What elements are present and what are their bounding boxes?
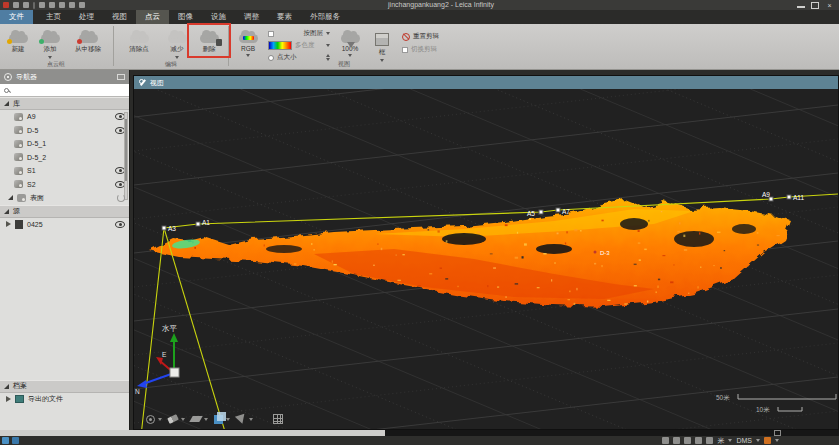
chevron-down-icon (204, 418, 208, 421)
quick-access-toolbar (0, 2, 85, 9)
redo-icon[interactable] (23, 2, 29, 8)
svg-text:A3: A3 (168, 225, 176, 232)
tree-item-s2[interactable]: S2 (0, 178, 129, 192)
close-button[interactable]: × (825, 2, 834, 9)
scene-svg: A3 A1 A5 A7 A9 A11 D-3 水平 E (134, 89, 838, 429)
status-bar: 米 DMS (0, 436, 839, 445)
expanded-triangle-icon[interactable] (4, 384, 9, 389)
rgb-colorize-button[interactable]: RGB (232, 26, 264, 57)
window-controls: × (797, 2, 839, 9)
tab-pointcloud[interactable]: 点云 (136, 10, 169, 24)
unit-selector[interactable]: 米 (717, 436, 724, 445)
color-gradient-icon (268, 41, 292, 50)
checkbox-icon[interactable] (268, 31, 274, 37)
dock-window-icon[interactable] (117, 74, 125, 80)
group-view: RGB 按图层 多色度 点大小 (230, 24, 458, 69)
undo-icon[interactable] (13, 2, 19, 8)
close-tool-icon[interactable] (69, 2, 75, 8)
tree-item-s1[interactable]: S1 (0, 164, 129, 178)
3d-canvas[interactable]: A3 A1 A5 A7 A9 A11 D-3 水平 E (134, 89, 838, 429)
tree-item-0425[interactable]: 0425 (0, 218, 129, 232)
map-status-icon[interactable] (12, 437, 19, 444)
eraser-tool-button[interactable] (168, 416, 185, 422)
tab-features[interactable]: 要素 (268, 10, 301, 24)
window-icon[interactable] (59, 2, 65, 8)
layers-status-icon[interactable] (2, 437, 9, 444)
ribbon: 新建 添加 从中移除 点云组 清除点 减少 (0, 24, 839, 70)
by-layer-row[interactable]: 按图层 (268, 29, 330, 38)
checkbox-icon[interactable] (402, 47, 408, 53)
point-cloud[interactable] (150, 199, 791, 308)
collapsed-triangle-icon[interactable] (6, 396, 11, 402)
search-input[interactable] (12, 85, 125, 96)
toggle-clip-button[interactable]: 切换剪辑 (402, 45, 439, 54)
section-library[interactable]: 库 (0, 97, 129, 110)
collapsed-triangle-icon[interactable] (6, 221, 11, 227)
tree-item-d5[interactable]: D-5 (0, 124, 129, 138)
expanded-triangle-icon[interactable] (4, 101, 9, 106)
status-left-icons (0, 437, 19, 444)
tree-scrollbar[interactable] (124, 112, 128, 200)
clear-points-button[interactable]: 清除点 (117, 26, 161, 54)
section-archive[interactable]: 档案 (0, 380, 129, 393)
app-window: jinchangpankuang2 - Leica Infinity × 文件 … (0, 0, 839, 445)
title-bar: jinchangpankuang2 - Leica Infinity × (0, 0, 839, 10)
tab-file[interactable]: 文件 (0, 10, 33, 24)
minimize-button[interactable] (797, 2, 805, 8)
chevron-down-icon (348, 54, 352, 57)
chevron-down-icon (48, 56, 52, 59)
group-label: 视图 (230, 60, 458, 69)
layers-view-button[interactable] (214, 415, 230, 424)
expanded-triangle-icon[interactable] (4, 209, 9, 214)
coordinate-system-icon[interactable] (764, 437, 771, 444)
orbit-tool-button[interactable] (146, 415, 162, 424)
multicolor-row[interactable]: 多色度 (268, 41, 330, 50)
tab-external-services[interactable]: 外部服务 (301, 10, 349, 24)
cell-status-icon[interactable] (706, 437, 713, 444)
tree-item-d5-2[interactable]: D-5_2 (0, 151, 129, 165)
expanded-triangle-icon[interactable] (8, 195, 13, 200)
tab-view[interactable]: 视图 (103, 10, 136, 24)
scrollbar-thumb[interactable] (125, 119, 127, 181)
angle-format-selector[interactable]: DMS (736, 437, 752, 444)
tree-item-d5-1[interactable]: D-5_1 (0, 137, 129, 151)
svg-text:50米: 50米 (716, 394, 730, 401)
visibility-eye-icon[interactable] (115, 221, 125, 228)
orbit-icon (146, 415, 155, 424)
add-to-pointcloud-button[interactable]: 添加 (34, 26, 66, 59)
tree-item-a9[interactable]: A9 (0, 110, 129, 124)
cone-marker-button[interactable] (236, 415, 253, 424)
tab-infrastructure[interactable]: 设施 (202, 10, 235, 24)
tree-item-surfaces[interactable]: 表面 (0, 191, 129, 205)
maximize-button[interactable] (811, 2, 819, 9)
remove-from-pointcloud-button[interactable]: 从中移除 (66, 26, 110, 54)
tab-processing[interactable]: 处理 (70, 10, 103, 24)
new-pointcloud-button[interactable]: 新建 (2, 26, 34, 54)
svg-text:A1: A1 (202, 219, 210, 226)
delete-points-button[interactable]: 删除 (193, 26, 225, 54)
group-label: 点云组 (0, 60, 112, 69)
settings-icon[interactable] (39, 2, 45, 8)
slice-plane-button[interactable] (191, 416, 208, 422)
navigator-search[interactable] (0, 84, 129, 97)
file-status-icon[interactable] (673, 437, 680, 444)
zoom-100-button[interactable]: 100% (334, 26, 366, 57)
svg-text:N: N (135, 388, 140, 395)
ribbon-tab-bar: 文件 主页 处理 视图 点云 图像 设施 调整 要素 外部服务 (0, 10, 839, 24)
capture-icon[interactable] (49, 2, 55, 8)
cloud-filter-icon (341, 34, 360, 43)
tab-home[interactable]: 主页 (37, 10, 70, 24)
viewport-panel: 视图 (133, 75, 839, 430)
save-status-icon[interactable] (684, 437, 691, 444)
view-settings-icon[interactable] (662, 437, 669, 444)
navigator-panel: 导航器 库 A9 D-5 D-5_1 (0, 70, 130, 430)
tab-adjustment[interactable]: 调整 (235, 10, 268, 24)
tab-imaging[interactable]: 图像 (169, 10, 202, 24)
clip-box-button[interactable]: 框 (366, 26, 398, 62)
section-sources[interactable]: 源 (0, 205, 129, 218)
grid-status-icon[interactable] (695, 437, 702, 444)
tree-item-exported-files[interactable]: 导出的文件 (0, 393, 129, 407)
grid-toggle-button[interactable] (273, 414, 283, 424)
reset-clip-button[interactable]: 重置剪辑 (402, 32, 439, 41)
chevron-down-icon (775, 439, 779, 442)
